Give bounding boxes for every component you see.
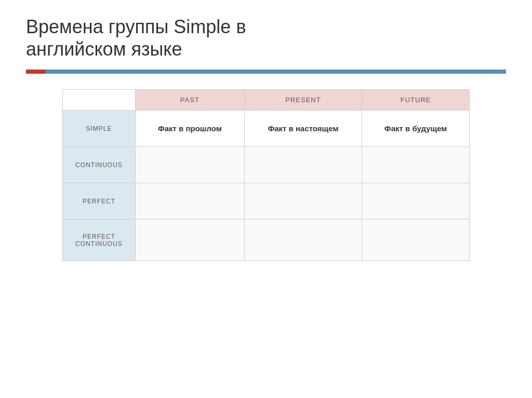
table-row-perfect-continuous: PERFECTCONTINUOUS — [63, 219, 470, 261]
page: Времена группы Simple ванглийском языке … — [0, 0, 532, 398]
label-simple: SIMPLE — [63, 111, 136, 147]
cell-pc-future — [362, 219, 470, 261]
accent-blue-block — [46, 70, 506, 74]
cell-perfect-present — [244, 183, 362, 219]
accent-red-block — [26, 70, 46, 74]
accent-bar — [26, 70, 506, 74]
cell-pc-present — [244, 219, 362, 261]
cell-pc-past — [136, 219, 245, 261]
cell-continuous-past — [136, 147, 245, 183]
label-perfect-continuous: PERFECTCONTINUOUS — [63, 219, 136, 261]
label-perfect: PERFECT — [63, 183, 136, 219]
table-section: PAST PRESENT FUTURE SIMPLE Факт в прошло… — [0, 89, 532, 261]
header-area: Времена группы Simple ванглийском языке — [0, 0, 532, 74]
cell-continuous-present — [244, 147, 362, 183]
table-row-continuous: CONTINUOUS — [63, 147, 470, 183]
cell-simple-present: Факт в настоящем — [244, 111, 362, 147]
header-past: PAST — [136, 90, 245, 111]
table-header-row: PAST PRESENT FUTURE — [63, 90, 470, 111]
label-continuous: CONTINUOUS — [63, 147, 136, 183]
cell-perfect-future — [362, 183, 470, 219]
header-future: FUTURE — [362, 90, 470, 111]
tense-table: PAST PRESENT FUTURE SIMPLE Факт в прошло… — [62, 89, 470, 261]
cell-simple-past: Факт в прошлом — [136, 111, 245, 147]
cell-continuous-future — [362, 147, 470, 183]
table-row-perfect: PERFECT — [63, 183, 470, 219]
table-row-simple: SIMPLE Факт в прошлом Факт в настоящем Ф… — [63, 111, 470, 147]
cell-simple-future: Факт в будущем — [362, 111, 470, 147]
cell-perfect-past — [136, 183, 245, 219]
header-empty — [63, 90, 136, 111]
header-present: PRESENT — [244, 90, 362, 111]
page-title: Времена группы Simple ванглийском языке — [26, 16, 506, 60]
